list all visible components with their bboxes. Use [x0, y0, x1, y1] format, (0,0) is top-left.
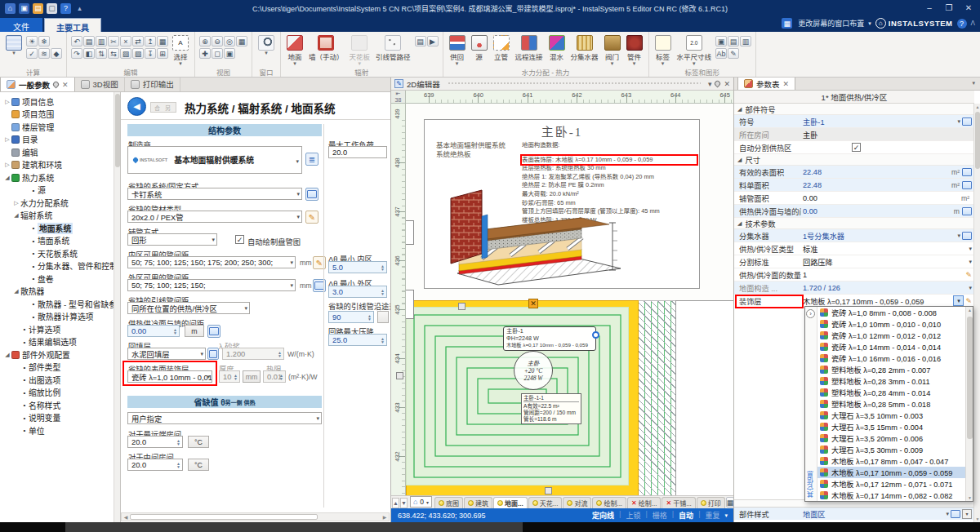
minimize-button[interactable]: –	[920, 0, 939, 15]
certificate-icon[interactable]: ◆	[51, 48, 62, 59]
fixing-marker-icon[interactable]: ✕	[528, 299, 538, 308]
connections-icon[interactable]: ≋	[38, 48, 50, 59]
sidebar-item-部件外观配置[interactable]: ◢部件外观配置	[0, 348, 120, 361]
coil-label[interactable]: 主卧-1-1 A有效=22.5 m² 管间距=200 / 150 mm 管长=1…	[521, 393, 581, 424]
sidebar-item-墙面系统[interactable]: •墙面系统	[0, 235, 120, 248]
param-group-技术参数[interactable]: ◢技术参数	[734, 218, 974, 229]
dock-tab-general-params[interactable]: 一般参数 ✕	[0, 77, 75, 91]
inherit-monitor-button[interactable]	[207, 348, 219, 360]
edit-pencil-icon[interactable]: ✎	[965, 297, 972, 305]
zone-connector-icon[interactable]	[592, 331, 599, 339]
dropdown-scrollbar[interactable]: ▲▼	[965, 307, 973, 501]
status-toggle-定向线[interactable]: 定向线	[592, 510, 614, 521]
surface-finish-select[interactable]: 瓷砖 λ=1,0 10mm - 0,010 - 0.(	[127, 370, 212, 383]
dropdown-item[interactable]: 瓷砖 λ=1,0 12mm - 0,012 - 0,012	[817, 330, 965, 341]
layer-tab-对流[interactable]: 对流	[563, 497, 591, 508]
ribbon-help-icon[interactable]: ?	[957, 19, 967, 29]
cut-icon[interactable]: ✂	[108, 36, 119, 47]
flip-vertical-icon[interactable]: ⇅	[96, 48, 107, 59]
fixing-select[interactable]: 卡钉系统	[127, 188, 302, 200]
save-icon[interactable]: ▣	[19, 3, 29, 14]
sidebar-item-项目范围[interactable]: 项目范围	[0, 109, 120, 122]
sidebar-item-热力系统[interactable]: ◢热力系统	[0, 171, 120, 184]
edit-pencil-button[interactable]: ✎	[305, 211, 318, 224]
param-group-尺寸[interactable]: ◢尺寸	[734, 154, 974, 166]
selection-handle[interactable]	[396, 372, 403, 379]
editor-pin-icon[interactable]	[714, 80, 722, 88]
layer-tab-地面...[interactable]: 地面...	[493, 497, 528, 508]
ribbon-button-选择[interactable]: A选择▾	[171, 34, 190, 66]
room-stamp[interactable]: 主卧 +20 °C 2248 W	[514, 351, 553, 390]
chevron-down-icon[interactable]: ▾	[969, 285, 972, 291]
dropdown-item[interactable]: 大理石 λ=3,5 15mm - 0.004	[817, 421, 965, 432]
param-row-地面构造 ...[interactable]: 地面构造 ...1.720 / 126▾	[734, 282, 974, 295]
lead-spacing-select[interactable]: 同所在位置的供热/供冷区	[127, 302, 250, 314]
sidebar-item-地面系统[interactable]: •地面系统	[0, 222, 120, 235]
param-row-供热供冷面与墙的间[interactable]: 供热供冷面与墙的间0.00m	[734, 205, 974, 218]
max-load-input[interactable]: 20.0	[328, 146, 387, 158]
param-row-供热/供冷面的数量[interactable]: 供热/供冷面的数量1✎	[734, 268, 974, 282]
ribbon-button-分集水器[interactable]: 分集水器	[569, 34, 600, 62]
swap-icon[interactable]: ⇄	[132, 36, 144, 47]
mortar-lambda-input[interactable]: 1.200▲▼	[222, 348, 284, 360]
sidebar-item-缩放比例[interactable]: •缩放比例	[0, 387, 120, 400]
meter-unit-button[interactable]: m	[185, 325, 204, 337]
inherit-monitor-button[interactable]	[207, 325, 220, 338]
inherit-monitor-icon[interactable]	[962, 207, 972, 215]
copy-icon[interactable]: ▤	[83, 36, 95, 47]
tab-main-tools[interactable]: 主要工具	[44, 18, 101, 32]
sidebar-item-散热器[interactable]: ◢散热器	[0, 286, 120, 299]
resize-icon[interactable]: ▧	[132, 48, 144, 59]
zoom-in-icon[interactable]: ⊕	[199, 36, 211, 47]
status-toggle-栅格[interactable]: 栅格	[653, 510, 667, 521]
celsius-button[interactable]: °C	[188, 436, 209, 448]
fill-icon[interactable]: ▨	[120, 48, 131, 59]
param-row-分集水器[interactable]: 分集水器1号分集水器▾	[734, 229, 974, 242]
help-icon[interactable]: ?	[60, 3, 71, 14]
back-button[interactable]: ◀	[127, 97, 146, 116]
zoom-out-icon[interactable]: ⊖	[212, 36, 223, 47]
layer-tab-底图[interactable]: 底图	[434, 497, 463, 508]
ribbon-button-立管[interactable]: 立管	[492, 34, 511, 62]
pan-icon[interactable]: ✚	[199, 48, 211, 59]
editor-canvas[interactable]: 主卧-1 ΦH=2248 W 木地板 λ=0,17 10mm - 0,059 -…	[406, 104, 734, 495]
tab-file[interactable]: 文件	[0, 18, 42, 32]
zone-label[interactable]: 主卧-1 ΦH=2248 W 木地板 λ=0,17 10mm - 0,059 -…	[503, 326, 596, 351]
dropdown-item[interactable]: 木地板 λ=0,17 12mm - 0,071 - 0.071	[817, 478, 965, 490]
param-row-铺管面积[interactable]: 铺管面积0.00m²	[734, 192, 974, 205]
close-icon[interactable]: ✕	[62, 81, 69, 89]
new-file-icon[interactable]: ▢	[47, 3, 57, 14]
param-row-分割标准[interactable]: 分割标准回路压降▾	[734, 255, 974, 268]
sidebar-item-盘卷[interactable]: •盘卷	[0, 273, 120, 286]
ribbon-button-远程连接[interactable]: 远程连接	[514, 34, 545, 62]
dropdown-item[interactable]: 木地板 λ=0,17 14mm - 0,082 - 0.082	[817, 490, 965, 501]
edit-pencil-icon[interactable]: ✎	[965, 271, 972, 279]
ribbon-button-地面[interactable]: 地面▾	[285, 34, 305, 66]
freehand-icon[interactable]: ✎	[728, 48, 739, 59]
chevron-down-icon[interactable]: ▾	[957, 118, 960, 125]
dt-inner-input[interactable]: 5.0▲▼	[328, 261, 387, 273]
inherit-monitor-icon[interactable]	[962, 168, 972, 176]
form-hscrollbar[interactable]: ◀▶	[121, 512, 390, 521]
mid-room-input[interactable]: 20.0▲▼	[127, 459, 183, 471]
ribbon-button-标签[interactable]: 标签▾	[653, 34, 673, 66]
ribbon-button-天花板[interactable]: 天花板▾	[348, 34, 372, 66]
dropdown-item[interactable]: 瓷砖 λ=1,0 8mm - 0,008 - 0.008	[817, 307, 965, 318]
floor-plan-zone[interactable]: 主卧-1 ΦH=2248 W 木地板 λ=0,17 10mm - 0,059 -…	[406, 300, 639, 495]
ribbon-button-引线管路径[interactable]: 引线管路径	[374, 34, 412, 62]
sidebar-item-名称样式[interactable]: •名称样式	[0, 399, 120, 412]
far-room-input[interactable]: 20.0▲▼	[127, 436, 183, 448]
component-style-row[interactable]: 部件样式 地面区 ▾▾	[734, 507, 974, 520]
book-icon[interactable]: ▤	[415, 36, 426, 47]
wall-gap-input[interactable]: 0.00▲▼	[127, 325, 180, 337]
flip-horizontal-icon[interactable]: ⇆	[108, 48, 119, 59]
panel-menu-icon[interactable]: ▾	[972, 80, 975, 86]
dropdown-item[interactable]: 瓷砖 λ=1,0 14mm - 0,014 - 0,014	[817, 341, 965, 352]
move-down-icon[interactable]: ↧	[145, 48, 156, 59]
selection-handle[interactable]	[458, 303, 466, 310]
sidebar-item-结果编辑选项[interactable]: •结果编辑选项	[0, 336, 120, 349]
param-group-部件符号[interactable]: ◢部件符号	[734, 104, 974, 115]
param-row-所在房间[interactable]: 所在房间主卧	[734, 128, 974, 141]
sidebar-scrollbar[interactable]	[114, 92, 120, 522]
expand-more-button[interactable]: ›	[806, 309, 815, 318]
